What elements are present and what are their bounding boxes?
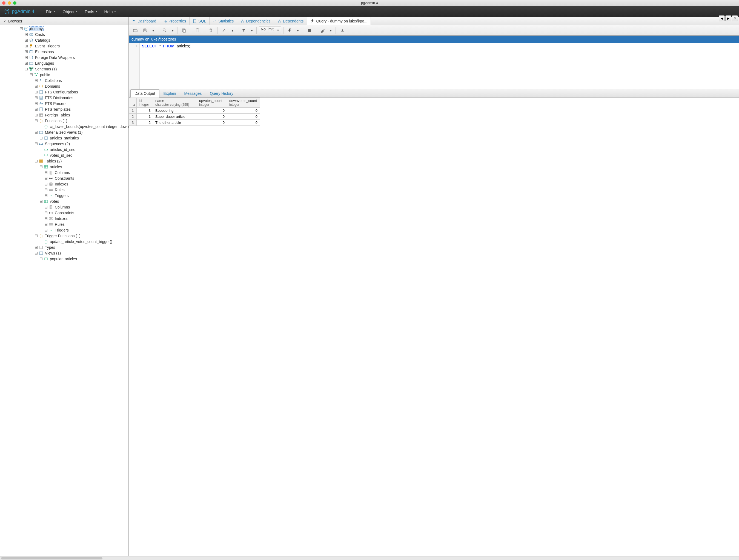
tree-node[interactable]: 1..3articles_id_seq <box>0 147 129 152</box>
tree-toggle[interactable] <box>25 33 28 36</box>
tree-node[interactable]: Foreign Data Wrappers <box>0 54 129 60</box>
tree-toggle[interactable] <box>39 257 43 261</box>
row-number[interactable]: 2 <box>129 114 137 120</box>
tree-toggle[interactable] <box>34 108 38 111</box>
tree-node[interactable]: Tables (2) <box>0 158 129 164</box>
tree-toggle[interactable] <box>44 205 48 209</box>
tree-toggle[interactable] <box>34 142 38 145</box>
cell-upvotes[interactable]: 0 <box>197 120 227 126</box>
tree-node[interactable]: 1..3Sequences (2) <box>0 141 129 147</box>
tree-toggle[interactable] <box>34 234 38 238</box>
tree-toggle[interactable] <box>25 44 28 48</box>
sql-editor[interactable]: 1 SELECT * FROM articles; <box>129 43 739 89</box>
column-header-id[interactable]: idinteger <box>137 98 153 108</box>
tab-statistics[interactable]: Statistics <box>209 17 237 25</box>
tree-node[interactable]: { }update_article_votes_count_trigger() <box>0 239 129 244</box>
tree-node[interactable]: FTS Templates <box>0 106 129 112</box>
paste-button[interactable] <box>193 26 202 34</box>
tree-node[interactable]: FTS Dictionaries <box>0 95 129 101</box>
tree-node[interactable]: Event Triggers <box>0 43 129 49</box>
tree-node[interactable]: Columns <box>0 204 129 210</box>
tree-node[interactable]: CaCasts <box>0 31 129 37</box>
tree-node[interactable]: Indexes <box>0 216 129 222</box>
find-dropdown[interactable]: ▾ <box>170 26 175 34</box>
tree-node[interactable]: Indexes <box>0 181 129 187</box>
tab-dashboard[interactable]: Dashboard <box>129 17 160 25</box>
execute-button[interactable] <box>286 26 294 34</box>
tree-node[interactable]: Domains <box>0 83 129 89</box>
tree-node[interactable]: popular_articles <box>0 256 129 262</box>
tree-node[interactable]: Types <box>0 244 129 250</box>
tree-node[interactable]: dummy <box>0 26 129 31</box>
tree-toggle[interactable] <box>25 56 28 59</box>
open-file-button[interactable] <box>131 26 140 34</box>
tree-node[interactable]: →Triggers <box>0 227 129 233</box>
tree-node[interactable]: ▸◂Constraints <box>0 210 129 216</box>
tab-close[interactable]: ✕ <box>732 15 738 21</box>
tree-node[interactable]: A↓Collations <box>0 78 129 83</box>
tree-toggle[interactable] <box>34 119 38 123</box>
tree-node[interactable]: public <box>0 72 129 78</box>
tree-node[interactable]: articles <box>0 164 129 170</box>
tree-toggle[interactable] <box>34 159 38 163</box>
result-tab-query-history[interactable]: Query History <box>206 89 238 97</box>
result-tab-data-output[interactable]: Data Output <box>130 89 159 98</box>
object-tree[interactable]: dummyCaCastsCatalogsEvent TriggersExtens… <box>0 25 129 556</box>
tree-node[interactable]: 1..3votes_id_seq <box>0 152 129 158</box>
tab-scroll-right[interactable]: ▶ <box>725 15 731 21</box>
download-button[interactable] <box>338 26 347 34</box>
tree-toggle[interactable] <box>34 91 38 94</box>
tree-toggle[interactable] <box>34 85 38 88</box>
tree-node[interactable]: votes <box>0 198 129 204</box>
save-dropdown[interactable]: ▾ <box>151 26 156 34</box>
filter-dropdown[interactable]: ▾ <box>249 26 254 34</box>
delete-button[interactable] <box>206 26 215 34</box>
find-button[interactable] <box>160 26 169 34</box>
menu-help[interactable]: Help▼ <box>101 9 120 14</box>
result-grid[interactable]: idintegernamecharacter varying (255)upvo… <box>129 98 739 556</box>
save-button[interactable] <box>141 26 150 34</box>
tree-toggle[interactable] <box>44 177 48 180</box>
column-header-name[interactable]: namecharacter varying (255) <box>153 98 197 108</box>
tree-toggle[interactable] <box>34 79 38 82</box>
tree-toggle[interactable] <box>34 102 38 105</box>
tree-node[interactable]: Rules <box>0 222 129 227</box>
data-row[interactable]: 32The other article00 <box>129 120 260 126</box>
data-row[interactable]: 13Boooooring...00 <box>129 108 260 114</box>
tree-node[interactable]: ▸◂Constraints <box>0 175 129 181</box>
tab-scroll-left[interactable]: ◀ <box>719 15 725 21</box>
data-row[interactable]: 21Super duper article00 <box>129 114 260 120</box>
tree-toggle[interactable] <box>34 252 38 255</box>
editor-code[interactable]: SELECT * FROM articles; <box>140 43 739 89</box>
tree-toggle[interactable] <box>34 113 38 117</box>
tree-node[interactable]: FTS Configurations <box>0 89 129 95</box>
horizontal-scrollbar[interactable] <box>0 556 739 560</box>
execute-dropdown[interactable]: ▾ <box>296 26 300 34</box>
tree-node[interactable]: articles_statistics <box>0 135 129 141</box>
menu-tools[interactable]: Tools▼ <box>82 9 101 14</box>
tab-query-dummy-on-luke-po-[interactable]: Query - dummy on luke@po... <box>307 17 371 25</box>
cell-upvotes[interactable]: 0 <box>197 108 227 114</box>
edit-dropdown[interactable]: ▾ <box>230 26 235 34</box>
clear-button[interactable] <box>319 26 327 34</box>
tree-node[interactable]: Columns <box>0 170 129 175</box>
row-number[interactable]: 3 <box>129 120 137 126</box>
cell-upvotes[interactable]: 0 <box>197 114 227 120</box>
tree-toggle[interactable] <box>25 50 28 53</box>
column-header-downvotes_count[interactable]: downvotes_countinteger <box>227 98 260 108</box>
tree-node[interactable]: Languages <box>0 60 129 66</box>
cell-id[interactable]: 1 <box>137 114 153 120</box>
tree-node[interactable]: { }Functions (1) <box>0 118 129 124</box>
tree-toggle[interactable] <box>25 67 28 71</box>
filter-button[interactable] <box>240 26 248 34</box>
row-limit-select[interactable]: No limit <box>259 27 281 34</box>
tree-toggle[interactable] <box>44 211 48 215</box>
tree-node[interactable]: →Triggers <box>0 192 129 198</box>
cell-name[interactable]: Boooooring... <box>153 108 197 114</box>
tree-toggle[interactable] <box>25 39 28 42</box>
tree-toggle[interactable] <box>44 182 48 186</box>
cell-downvotes[interactable]: 0 <box>227 120 260 126</box>
tree-toggle[interactable] <box>25 61 28 65</box>
tree-node[interactable]: Rules <box>0 187 129 192</box>
tree-toggle[interactable] <box>34 96 38 100</box>
